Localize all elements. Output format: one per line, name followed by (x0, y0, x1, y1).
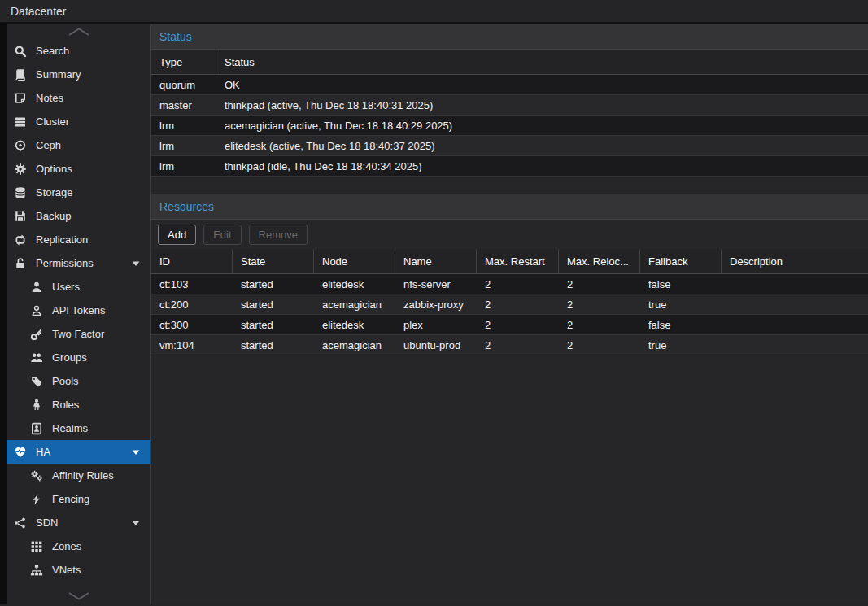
sidebar-item-pools[interactable]: Pools (7, 369, 150, 393)
table-row[interactable]: ct:300startedelitedeskplex22false (151, 315, 868, 335)
table-cell (722, 335, 868, 355)
sidebar-item-affinity-rules[interactable]: Affinity Rules (7, 464, 150, 487)
column-header-max-reloc[interactable]: Max. Reloc... (559, 249, 640, 273)
resources-panel-title-text: Resources (159, 200, 214, 213)
sidebar-item-roles[interactable]: Roles (7, 393, 150, 416)
resources-panel: Resources Add Edit Remove IDStateNodeNam… (151, 194, 868, 604)
sidebar-item-notes[interactable]: Notes (7, 86, 150, 110)
table-cell: false (640, 274, 722, 294)
sidebar-left-strip (0, 24, 7, 604)
sidebar-scroll-up[interactable] (7, 24, 150, 39)
column-header-type[interactable]: Type (151, 50, 216, 74)
sidebar-item-realms[interactable]: Realms (7, 416, 150, 440)
column-header-failback[interactable]: Failback (640, 249, 722, 273)
table-row[interactable]: lrmthinkpad (idle, Thu Dec 18 18:40:34 2… (151, 156, 868, 177)
table-cell: 2 (559, 294, 640, 314)
sidebar-item-label: Notes (36, 92, 63, 104)
sidebar-item-permissions[interactable]: Permissions (7, 251, 150, 275)
table-cell: lrm (151, 136, 216, 155)
caret-down-icon (129, 257, 142, 270)
column-header-status[interactable]: Status (216, 50, 868, 74)
sidebar-item-label: HA (36, 446, 50, 458)
sidebar-item-backup[interactable]: Backup (7, 204, 150, 228)
sidebar-item-label: Permissions (36, 257, 94, 269)
table-cell: acemagician (314, 335, 395, 355)
sidebar-item-label: Cluster (36, 116, 69, 128)
table-row[interactable]: ct:200startedacemagicianzabbix-proxy22tr… (151, 294, 868, 315)
table-cell: 2 (559, 335, 640, 355)
table-cell: lrm (151, 156, 216, 176)
table-cell: true (640, 335, 722, 355)
resources-toolbar: Add Edit Remove (151, 220, 868, 249)
sidebar-item-api-tokens[interactable]: API Tokens (7, 299, 150, 322)
table-cell: true (640, 294, 722, 314)
table-cell: plex (395, 315, 477, 334)
table-row[interactable]: lrmelitedesk (active, Thu Dec 18 18:40:3… (151, 136, 868, 156)
sidebar-item-groups[interactable]: Groups (7, 346, 150, 369)
table-row[interactable]: lrmacemagician (active, Thu Dec 18 18:40… (151, 116, 868, 136)
table-cell: elitedesk (active, Thu Dec 18 18:40:37 2… (216, 136, 868, 155)
sidebar-item-label: Pools (52, 375, 79, 387)
titlebar: Datacenter (0, 0, 868, 24)
resources-table: IDStateNodeNameMax. RestartMax. Reloc...… (151, 249, 868, 355)
column-header-id[interactable]: ID (151, 249, 233, 273)
table-cell (722, 274, 868, 294)
table-row[interactable]: vm:104startedacemagicianubuntu-prod22tru… (151, 335, 868, 355)
table-cell: ct:300 (151, 315, 233, 334)
table-cell: ct:200 (151, 294, 233, 314)
unlock-icon (14, 257, 27, 270)
column-header-node[interactable]: Node (314, 249, 395, 273)
sidebar-item-users[interactable]: Users (7, 275, 150, 299)
table-cell: 2 (477, 274, 559, 294)
table-cell (722, 294, 868, 314)
sidebar-item-zones[interactable]: Zones (7, 534, 150, 558)
status-panel: Status TypeStatusquorumOKmasterthinkpad … (151, 24, 868, 194)
column-header-description[interactable]: Description (722, 249, 868, 273)
table-cell: quorum (151, 75, 216, 94)
search-icon (14, 45, 27, 58)
table-cell: started (233, 294, 314, 314)
table-row[interactable]: ct:103startedelitedesknfs-server22false (151, 274, 868, 294)
sidebar-item-label: Zones (52, 540, 81, 552)
sidebar-item-options[interactable]: Options (7, 157, 150, 181)
database-icon (14, 186, 27, 199)
user-icon (30, 281, 43, 294)
cogs-icon (30, 469, 43, 482)
table-header-row: TypeStatus (151, 50, 868, 75)
sidebar-item-label: Realms (52, 422, 88, 434)
sidebar-item-two-factor[interactable]: Two Factor (7, 322, 150, 346)
sidebar-item-summary[interactable]: Summary (7, 63, 150, 86)
table-cell: master (151, 95, 216, 115)
floppy-icon (14, 210, 27, 223)
sitemap-icon (30, 564, 43, 577)
sidebar-item-sdn[interactable]: SDN (7, 511, 150, 534)
sidebar-item-label: Fencing (52, 493, 89, 505)
status-panel-title: Status (151, 24, 868, 50)
sidebar-item-search[interactable]: Search (7, 39, 150, 63)
note-icon (14, 92, 27, 105)
sidebar-item-ha[interactable]: HA (7, 440, 150, 464)
sidebar-item-ceph[interactable]: Ceph (7, 133, 150, 157)
sidebar-scroll-down[interactable] (7, 590, 150, 603)
book-icon (14, 68, 27, 81)
sidebar-item-storage[interactable]: Storage (7, 181, 150, 204)
sidebar-item-cluster[interactable]: Cluster (7, 110, 150, 133)
column-header-name[interactable]: Name (395, 249, 477, 273)
table-cell: acemagician (314, 294, 395, 314)
column-header-max-restart[interactable]: Max. Restart (477, 249, 559, 273)
network-icon (14, 517, 27, 530)
table-cell: ct:103 (151, 274, 233, 294)
sidebar-item-vnets[interactable]: VNets (7, 558, 150, 582)
table-cell: nfs-server (395, 274, 477, 294)
add-button[interactable]: Add (158, 225, 196, 245)
caret-down-icon (129, 517, 142, 530)
sidebar-item-replication[interactable]: Replication (7, 228, 150, 251)
sidebar-item-label: Affinity Rules (52, 469, 114, 482)
sidebar-item-label: Ceph (36, 139, 61, 151)
table-row[interactable]: quorumOK (151, 75, 868, 95)
sidebar-item-fencing[interactable]: Fencing (7, 487, 150, 511)
table-row[interactable]: masterthinkpad (active, Thu Dec 18 18:40… (151, 95, 868, 116)
column-header-state[interactable]: State (233, 249, 314, 273)
table-cell: elitedesk (314, 274, 395, 294)
sidebar-item-label: Replication (36, 233, 88, 246)
